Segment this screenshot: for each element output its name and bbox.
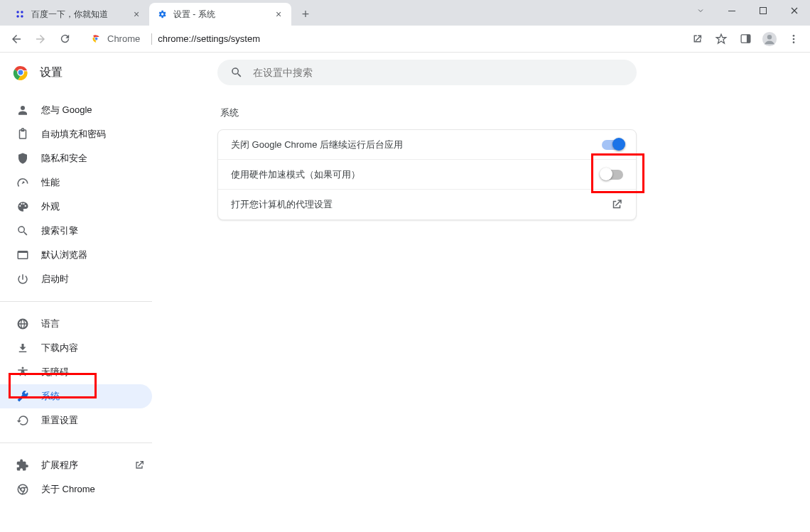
sidebar-item-extensions[interactable]: 扩展程序 — [0, 453, 152, 477]
sidebar-item-label: 性能 — [41, 176, 60, 189]
reload-button[interactable] — [54, 28, 75, 50]
search-icon — [230, 66, 243, 79]
sidebar-item-label: 重置设置 — [41, 414, 78, 427]
tab-baidu[interactable]: 百度一下，你就知道 × — [7, 3, 149, 26]
new-tab-button[interactable]: + — [296, 4, 315, 24]
sidebar-item-label: 扩展程序 — [41, 459, 78, 472]
sidebar-item-label: 外观 — [41, 200, 60, 213]
palette-icon — [16, 200, 30, 213]
sidebar-item-default-browser[interactable]: 默认浏览器 — [0, 243, 152, 267]
open-external-icon — [610, 198, 623, 211]
restore-icon — [16, 414, 30, 427]
speedometer-icon — [16, 176, 30, 189]
browser-toolbar: Chrome chrome://settings/system — [0, 26, 810, 53]
open-external-icon — [134, 460, 145, 471]
search-icon — [16, 224, 30, 237]
svg-rect-10 — [746, 35, 750, 43]
back-button[interactable] — [6, 28, 27, 50]
settings-main: 系统 关闭 Google Chrome 后继续运行后台应用 使用硬件加速模式（如… — [179, 92, 810, 532]
row-proxy[interactable]: 打开您计算机的代理设置 — [218, 190, 636, 219]
accessibility-icon — [16, 366, 30, 379]
sidebar-item-accessibility[interactable]: 无障碍 — [0, 360, 152, 384]
sidebar-item-label: 隐私和安全 — [41, 152, 87, 165]
svg-rect-4 — [728, 11, 735, 11]
window-minimize-button[interactable] — [716, 0, 747, 21]
sidebar-item-about[interactable]: 关于 Chrome — [0, 477, 152, 501]
baidu-favicon — [14, 9, 26, 20]
svg-point-1 — [21, 11, 23, 13]
tab-title: 设置 - 系统 — [173, 9, 273, 21]
svg-point-3 — [21, 15, 23, 18]
sidebar-item-on-startup[interactable]: 启动时 — [0, 267, 152, 291]
profile-avatar-icon[interactable] — [759, 28, 780, 50]
sidebar-item-downloads[interactable]: 下载内容 — [0, 336, 152, 360]
sidebar-item-label: 关于 Chrome — [41, 483, 95, 496]
power-icon — [16, 273, 30, 286]
settings-header: 设置 — [0, 65, 217, 80]
page-title: 设置 — [40, 65, 63, 80]
sidebar-item-label: 语言 — [41, 317, 60, 330]
chrome-logo-icon — [13, 65, 28, 80]
row-bg-apps[interactable]: 关闭 Google Chrome 后继续运行后台应用 — [218, 130, 636, 160]
secure-label: Chrome — [107, 33, 140, 44]
sidebar-item-label: 系统 — [41, 390, 60, 403]
sidebar-item-performance[interactable]: 性能 — [0, 170, 152, 195]
download-icon — [16, 342, 30, 354]
section-title: 系统 — [217, 107, 239, 119]
close-icon[interactable]: × — [273, 9, 284, 20]
forward-button[interactable] — [30, 28, 51, 50]
sidebar-item-search-engine[interactable]: 搜索引擎 — [0, 219, 152, 243]
svg-point-15 — [793, 41, 795, 43]
sidebar-item-label: 搜索引擎 — [41, 224, 78, 237]
sidebar-item-autofill[interactable]: 自动填充和密码 — [0, 122, 152, 146]
sidebar-item-system[interactable]: 系统 — [0, 384, 152, 408]
svg-point-13 — [793, 35, 795, 37]
person-icon — [16, 104, 30, 116]
row-label: 使用硬件加速模式（如果可用） — [231, 168, 602, 181]
sidebar-item-label: 下载内容 — [41, 342, 78, 354]
sidebar-item-label: 默认浏览器 — [41, 249, 87, 261]
sidebar-item-label: 启动时 — [41, 273, 69, 286]
close-icon[interactable]: × — [131, 9, 142, 20]
bookmark-star-icon[interactable] — [711, 28, 732, 50]
svg-rect-5 — [760, 8, 767, 14]
row-label: 关闭 Google Chrome 后继续运行后台应用 — [231, 139, 602, 151]
settings-top-row: 设置 — [0, 53, 810, 92]
sidebar-item-languages[interactable]: 语言 — [0, 312, 152, 336]
sidebar-item-appearance[interactable]: 外观 — [0, 195, 152, 219]
chrome-icon — [90, 33, 102, 45]
settings-content: 您与 Google 自动填充和密码 隐私和安全 性能 外观 搜索引擎 — [0, 92, 810, 532]
omnibox[interactable]: Chrome chrome://settings/system — [82, 28, 679, 50]
tab-strip: 百度一下，你就知道 × 设置 - 系统 × + — [0, 0, 810, 26]
toggle-bg-apps[interactable] — [602, 140, 623, 150]
share-icon[interactable] — [686, 28, 708, 50]
kebab-menu-icon[interactable] — [783, 28, 804, 50]
side-panel-icon[interactable] — [735, 28, 756, 50]
wrench-icon — [16, 390, 30, 403]
clipboard-icon — [16, 128, 30, 141]
system-card: 关闭 Google Chrome 后继续运行后台应用 使用硬件加速模式（如果可用… — [217, 129, 637, 220]
divider — [0, 443, 152, 443]
window-close-button[interactable] — [779, 0, 810, 21]
tab-settings[interactable]: 设置 - 系统 × — [149, 3, 291, 26]
sidebar-item-you-google[interactable]: 您与 Google — [0, 98, 152, 122]
chevron-down-icon[interactable] — [685, 0, 716, 21]
settings-gear-favicon — [156, 9, 168, 20]
extension-icon — [16, 459, 30, 472]
url-text: chrome://settings/system — [158, 33, 260, 44]
sidebar-item-privacy[interactable]: 隐私和安全 — [0, 146, 152, 170]
row-hw-accel[interactable]: 使用硬件加速模式（如果可用） — [218, 160, 636, 190]
toggle-hw-accel[interactable] — [602, 170, 623, 180]
sidebar-item-label: 自动填充和密码 — [41, 128, 106, 141]
row-label: 打开您计算机的代理设置 — [231, 198, 610, 211]
svg-point-0 — [16, 11, 19, 13]
divider — [0, 301, 152, 302]
sidebar-item-label: 您与 Google — [41, 104, 92, 116]
sidebar-item-reset[interactable]: 重置设置 — [0, 408, 152, 433]
separator — [151, 33, 152, 45]
search-input[interactable] — [253, 67, 624, 78]
window-maximize-button[interactable] — [747, 0, 779, 21]
svg-point-2 — [16, 15, 19, 18]
settings-sidebar: 您与 Google 自动填充和密码 隐私和安全 性能 外观 搜索引擎 — [0, 92, 179, 532]
settings-search[interactable] — [217, 60, 637, 85]
